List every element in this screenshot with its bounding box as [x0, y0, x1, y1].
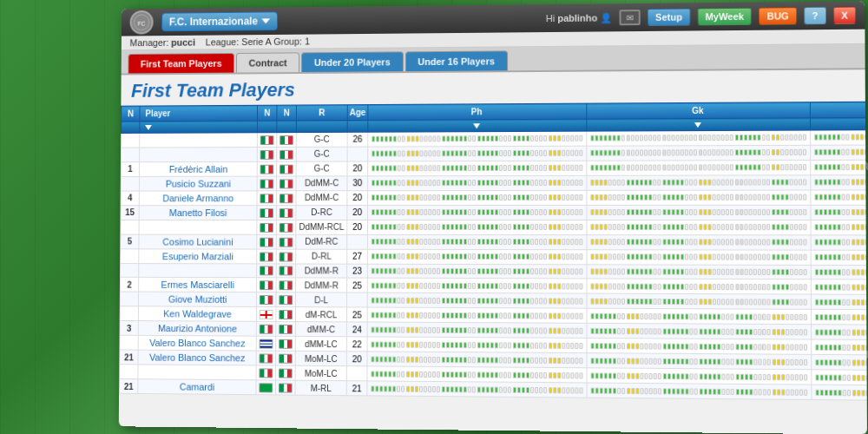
table-row[interactable]: 4 Daniele Armanno DdMM-C 20 27.5 M 24 10… — [121, 188, 867, 206]
player-pos: DdM-RC — [296, 234, 347, 249]
player-ph-bars — [367, 190, 586, 205]
setup-button[interactable]: Setup — [648, 8, 690, 26]
player-nat-flag — [256, 365, 276, 380]
arrow-age — [347, 120, 368, 132]
player-nat-flag — [256, 380, 276, 395]
help-button[interactable]: ? — [804, 7, 826, 24]
player-num — [121, 176, 140, 191]
player-age — [346, 366, 367, 381]
player-gk-bars — [587, 145, 811, 161]
player-gk-bars — [587, 309, 812, 326]
player-nat-flag — [258, 133, 278, 148]
myweek-button[interactable]: MyWeek — [697, 8, 752, 26]
player-pos: D-L — [296, 293, 347, 307]
close-button[interactable]: X — [833, 6, 856, 23]
bug-button[interactable]: BUG — [759, 7, 797, 25]
player-name[interactable]: Maurizio Antonione — [138, 321, 256, 337]
player-m-bars — [810, 129, 866, 145]
player-nat-flag — [257, 176, 277, 191]
player-name[interactable]: Esuperio Marziali — [139, 248, 257, 263]
player-m-bars — [811, 234, 867, 250]
player-nat-flag — [257, 234, 277, 249]
player-name[interactable]: Pusicio Suzzani — [140, 176, 258, 191]
player-ph-bars — [367, 366, 587, 383]
player-nat-flag — [257, 278, 277, 293]
player-num: 3 — [120, 321, 139, 336]
player-ph-bars — [367, 322, 587, 338]
player-name[interactable]: Ermes Masciarelli — [139, 278, 257, 293]
player-m-bars — [812, 385, 867, 402]
player-gk-bars — [587, 130, 811, 146]
player-nat-flag — [257, 263, 277, 278]
player-gk-bars — [587, 264, 811, 279]
player-pos: DdMM-R — [296, 278, 347, 293]
player-age: 24 — [346, 322, 367, 337]
player-pos: G-C — [296, 161, 347, 176]
player-name[interactable]: Ken Waldegrave — [139, 306, 257, 321]
player-nat-flag — [257, 307, 277, 322]
table-row[interactable]: 15 Manetto Filosi D-RC 20 26.9 M 1 0 8.0… — [121, 204, 867, 220]
main-panel: FC F.C. Internazionale Hi pablinho 👤 ✉ S… — [119, 1, 867, 434]
player-num — [120, 292, 139, 306]
player-age: 20 — [347, 190, 368, 205]
player-name[interactable] — [140, 133, 258, 148]
player-gk-bars — [587, 190, 811, 205]
club-selector[interactable]: F.C. Internazionale — [161, 11, 278, 31]
player-num — [120, 263, 139, 278]
col-header-age: Age — [347, 105, 368, 121]
arrow-ph — [368, 119, 587, 132]
player-name[interactable]: Frédèric Allain — [140, 161, 258, 176]
player-num: 4 — [121, 191, 140, 206]
player-ph-bars — [368, 175, 587, 190]
player-age: 20 — [347, 205, 368, 220]
players-table-container[interactable]: N Player N N R Age Ph Gk M D BP A FK € P… — [119, 102, 867, 420]
col-header-r: R — [297, 105, 348, 121]
player-gk-bars — [587, 353, 812, 370]
player-league-flag — [276, 307, 296, 322]
player-name[interactable]: Valero Blanco Sanchez — [138, 351, 256, 366]
arrow-n — [122, 122, 140, 134]
arrow-r — [297, 120, 348, 132]
tab-under16[interactable]: Under 16 Players — [404, 50, 507, 71]
player-gk-bars — [587, 249, 811, 265]
col-header-gk: Gk — [587, 102, 811, 119]
player-pos: G-C — [296, 132, 347, 147]
player-nat-flag — [257, 293, 277, 307]
player-m-bars — [811, 159, 867, 174]
player-nat-flag — [257, 220, 277, 234]
player-pos: D-RL — [296, 249, 347, 264]
arrow-m — [810, 117, 866, 130]
player-league-flag — [276, 352, 296, 366]
player-league-flag — [277, 191, 297, 206]
tab-contract[interactable]: Contract — [236, 52, 299, 72]
player-name[interactable] — [139, 263, 257, 278]
player-name[interactable]: Camardi — [138, 379, 256, 395]
player-ph-bars — [367, 279, 587, 294]
player-name[interactable]: Manetto Filosi — [139, 205, 257, 220]
player-num — [120, 336, 139, 351]
player-name[interactable]: Cosimo Lucianini — [139, 234, 257, 249]
player-league-flag — [276, 322, 296, 337]
player-name[interactable]: Giove Muziotti — [139, 292, 257, 306]
club-logo: FC — [130, 10, 154, 35]
player-name[interactable]: Valero Blanco Sanchez — [138, 336, 256, 352]
tab-first-team[interactable]: First Team Players — [128, 53, 234, 73]
player-name[interactable] — [140, 147, 258, 161]
player-name[interactable] — [139, 220, 257, 234]
player-nat-flag — [257, 322, 277, 337]
player-pos: DdMM-RCL — [296, 220, 347, 234]
player-num: 21 — [120, 379, 139, 394]
player-league-flag — [277, 176, 297, 191]
player-ph-bars — [367, 234, 587, 249]
table-row[interactable]: 21 Camardi M-RL 21 — [120, 379, 867, 413]
arrow-n2 — [258, 121, 277, 133]
player-pos: dMM-C — [296, 322, 347, 337]
player-league-flag — [276, 380, 296, 395]
player-league-flag — [276, 249, 296, 264]
envelope-icon[interactable]: ✉ — [620, 10, 641, 25]
player-num — [120, 306, 139, 321]
tab-under20[interactable]: Under 20 Players — [301, 51, 403, 72]
col-header-m: M — [810, 102, 867, 118]
player-name[interactable] — [138, 365, 256, 380]
player-name[interactable]: Daniele Armanno — [139, 191, 257, 206]
